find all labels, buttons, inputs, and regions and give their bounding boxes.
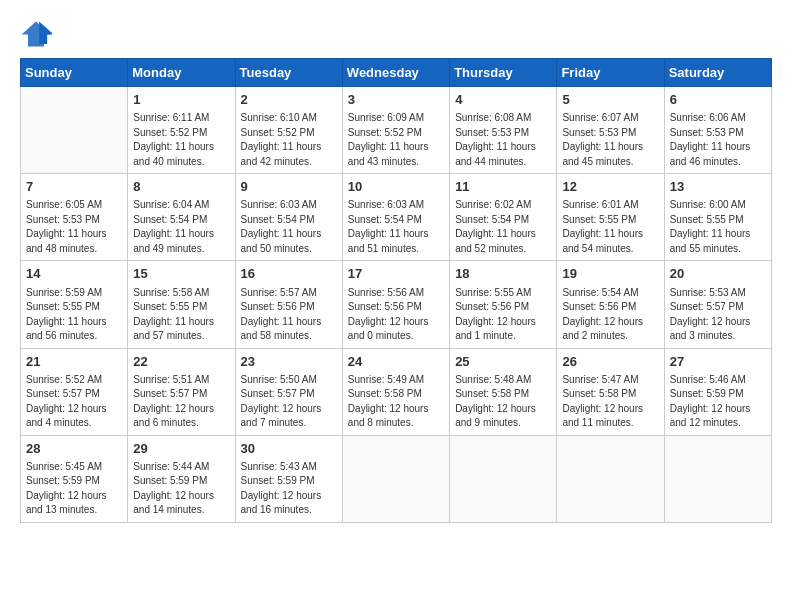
calendar-cell: 18Sunrise: 5:55 AMSunset: 5:56 PMDayligh…	[450, 261, 557, 348]
weekday-header-saturday: Saturday	[664, 59, 771, 87]
day-number: 8	[133, 178, 229, 196]
day-info: Sunrise: 5:57 AMSunset: 5:56 PMDaylight:…	[241, 286, 337, 344]
calendar-cell: 25Sunrise: 5:48 AMSunset: 5:58 PMDayligh…	[450, 348, 557, 435]
day-info: Sunrise: 5:46 AMSunset: 5:59 PMDaylight:…	[670, 373, 766, 431]
weekday-header-thursday: Thursday	[450, 59, 557, 87]
day-number: 13	[670, 178, 766, 196]
day-number: 15	[133, 265, 229, 283]
week-row-2: 7Sunrise: 6:05 AMSunset: 5:53 PMDaylight…	[21, 174, 772, 261]
day-number: 2	[241, 91, 337, 109]
day-info: Sunrise: 6:02 AMSunset: 5:54 PMDaylight:…	[455, 198, 551, 256]
calendar-cell: 20Sunrise: 5:53 AMSunset: 5:57 PMDayligh…	[664, 261, 771, 348]
day-number: 12	[562, 178, 658, 196]
week-row-5: 28Sunrise: 5:45 AMSunset: 5:59 PMDayligh…	[21, 435, 772, 522]
day-number: 30	[241, 440, 337, 458]
day-number: 24	[348, 353, 444, 371]
calendar-cell: 23Sunrise: 5:50 AMSunset: 5:57 PMDayligh…	[235, 348, 342, 435]
day-number: 4	[455, 91, 551, 109]
logo-icon	[20, 20, 52, 48]
day-info: Sunrise: 6:06 AMSunset: 5:53 PMDaylight:…	[670, 111, 766, 169]
calendar-cell	[450, 435, 557, 522]
calendar-cell: 11Sunrise: 6:02 AMSunset: 5:54 PMDayligh…	[450, 174, 557, 261]
day-info: Sunrise: 6:01 AMSunset: 5:55 PMDaylight:…	[562, 198, 658, 256]
day-info: Sunrise: 5:54 AMSunset: 5:56 PMDaylight:…	[562, 286, 658, 344]
day-info: Sunrise: 5:53 AMSunset: 5:57 PMDaylight:…	[670, 286, 766, 344]
calendar-cell: 24Sunrise: 5:49 AMSunset: 5:58 PMDayligh…	[342, 348, 449, 435]
day-info: Sunrise: 6:05 AMSunset: 5:53 PMDaylight:…	[26, 198, 122, 256]
calendar-cell: 5Sunrise: 6:07 AMSunset: 5:53 PMDaylight…	[557, 87, 664, 174]
day-info: Sunrise: 6:03 AMSunset: 5:54 PMDaylight:…	[241, 198, 337, 256]
day-number: 14	[26, 265, 122, 283]
day-number: 10	[348, 178, 444, 196]
day-number: 28	[26, 440, 122, 458]
day-number: 29	[133, 440, 229, 458]
day-info: Sunrise: 5:45 AMSunset: 5:59 PMDaylight:…	[26, 460, 122, 518]
calendar-cell: 26Sunrise: 5:47 AMSunset: 5:58 PMDayligh…	[557, 348, 664, 435]
day-number: 26	[562, 353, 658, 371]
calendar-cell: 1Sunrise: 6:11 AMSunset: 5:52 PMDaylight…	[128, 87, 235, 174]
week-row-4: 21Sunrise: 5:52 AMSunset: 5:57 PMDayligh…	[21, 348, 772, 435]
calendar-cell: 6Sunrise: 6:06 AMSunset: 5:53 PMDaylight…	[664, 87, 771, 174]
week-row-1: 1Sunrise: 6:11 AMSunset: 5:52 PMDaylight…	[21, 87, 772, 174]
weekday-header-sunday: Sunday	[21, 59, 128, 87]
calendar-cell: 8Sunrise: 6:04 AMSunset: 5:54 PMDaylight…	[128, 174, 235, 261]
day-info: Sunrise: 5:55 AMSunset: 5:56 PMDaylight:…	[455, 286, 551, 344]
day-info: Sunrise: 6:07 AMSunset: 5:53 PMDaylight:…	[562, 111, 658, 169]
day-number: 18	[455, 265, 551, 283]
day-info: Sunrise: 5:49 AMSunset: 5:58 PMDaylight:…	[348, 373, 444, 431]
calendar-cell: 4Sunrise: 6:08 AMSunset: 5:53 PMDaylight…	[450, 87, 557, 174]
calendar-cell: 16Sunrise: 5:57 AMSunset: 5:56 PMDayligh…	[235, 261, 342, 348]
day-info: Sunrise: 6:08 AMSunset: 5:53 PMDaylight:…	[455, 111, 551, 169]
calendar-cell: 3Sunrise: 6:09 AMSunset: 5:52 PMDaylight…	[342, 87, 449, 174]
day-number: 7	[26, 178, 122, 196]
calendar-cell: 28Sunrise: 5:45 AMSunset: 5:59 PMDayligh…	[21, 435, 128, 522]
day-number: 22	[133, 353, 229, 371]
day-number: 1	[133, 91, 229, 109]
weekday-header-monday: Monday	[128, 59, 235, 87]
day-info: Sunrise: 6:04 AMSunset: 5:54 PMDaylight:…	[133, 198, 229, 256]
day-info: Sunrise: 5:43 AMSunset: 5:59 PMDaylight:…	[241, 460, 337, 518]
day-info: Sunrise: 6:10 AMSunset: 5:52 PMDaylight:…	[241, 111, 337, 169]
day-number: 23	[241, 353, 337, 371]
day-number: 16	[241, 265, 337, 283]
svg-marker-1	[39, 22, 52, 44]
calendar-cell: 13Sunrise: 6:00 AMSunset: 5:55 PMDayligh…	[664, 174, 771, 261]
day-number: 9	[241, 178, 337, 196]
day-info: Sunrise: 5:59 AMSunset: 5:55 PMDaylight:…	[26, 286, 122, 344]
weekday-header-tuesday: Tuesday	[235, 59, 342, 87]
day-info: Sunrise: 5:50 AMSunset: 5:57 PMDaylight:…	[241, 373, 337, 431]
day-info: Sunrise: 5:48 AMSunset: 5:58 PMDaylight:…	[455, 373, 551, 431]
day-info: Sunrise: 5:44 AMSunset: 5:59 PMDaylight:…	[133, 460, 229, 518]
calendar-cell	[664, 435, 771, 522]
day-info: Sunrise: 6:11 AMSunset: 5:52 PMDaylight:…	[133, 111, 229, 169]
calendar-cell: 2Sunrise: 6:10 AMSunset: 5:52 PMDaylight…	[235, 87, 342, 174]
day-number: 27	[670, 353, 766, 371]
calendar-cell: 22Sunrise: 5:51 AMSunset: 5:57 PMDayligh…	[128, 348, 235, 435]
calendar-cell	[557, 435, 664, 522]
day-number: 19	[562, 265, 658, 283]
calendar-cell: 30Sunrise: 5:43 AMSunset: 5:59 PMDayligh…	[235, 435, 342, 522]
day-info: Sunrise: 5:52 AMSunset: 5:57 PMDaylight:…	[26, 373, 122, 431]
day-number: 11	[455, 178, 551, 196]
day-number: 21	[26, 353, 122, 371]
day-number: 5	[562, 91, 658, 109]
calendar-cell: 27Sunrise: 5:46 AMSunset: 5:59 PMDayligh…	[664, 348, 771, 435]
day-info: Sunrise: 5:47 AMSunset: 5:58 PMDaylight:…	[562, 373, 658, 431]
calendar-cell: 7Sunrise: 6:05 AMSunset: 5:53 PMDaylight…	[21, 174, 128, 261]
day-number: 17	[348, 265, 444, 283]
day-info: Sunrise: 5:56 AMSunset: 5:56 PMDaylight:…	[348, 286, 444, 344]
day-number: 20	[670, 265, 766, 283]
logo	[20, 20, 56, 48]
weekday-header-wednesday: Wednesday	[342, 59, 449, 87]
calendar-cell	[21, 87, 128, 174]
calendar-cell	[342, 435, 449, 522]
calendar-cell: 14Sunrise: 5:59 AMSunset: 5:55 PMDayligh…	[21, 261, 128, 348]
day-number: 25	[455, 353, 551, 371]
day-info: Sunrise: 6:03 AMSunset: 5:54 PMDaylight:…	[348, 198, 444, 256]
calendar-cell: 29Sunrise: 5:44 AMSunset: 5:59 PMDayligh…	[128, 435, 235, 522]
day-number: 6	[670, 91, 766, 109]
weekday-header-row: SundayMondayTuesdayWednesdayThursdayFrid…	[21, 59, 772, 87]
page-header	[20, 20, 772, 48]
calendar-cell: 19Sunrise: 5:54 AMSunset: 5:56 PMDayligh…	[557, 261, 664, 348]
calendar-cell: 21Sunrise: 5:52 AMSunset: 5:57 PMDayligh…	[21, 348, 128, 435]
